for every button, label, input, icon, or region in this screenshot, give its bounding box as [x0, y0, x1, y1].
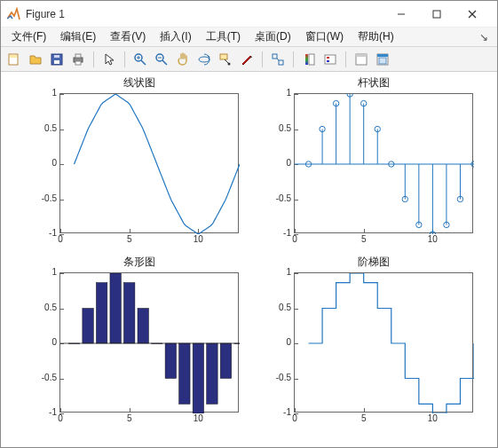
link-axes-icon[interactable]	[268, 50, 288, 69]
rotate3d-icon[interactable]	[194, 50, 214, 69]
axes[interactable]: -1-0.500.510510	[59, 272, 239, 413]
menubar: 文件(F) 编辑(E) 查看(V) 插入(I) 工具(T) 桌面(D) 窗口(W…	[1, 28, 497, 47]
new-figure-icon[interactable]	[4, 50, 24, 69]
pan-icon[interactable]	[173, 50, 193, 69]
menu-help[interactable]: 帮助(H)	[351, 28, 401, 46]
minimize-button[interactable]	[383, 1, 419, 28]
svg-rect-66	[110, 273, 121, 343]
toolbar-separator	[124, 51, 125, 67]
subplot-1[interactable]: 线状图-1-0.500.510510	[33, 90, 246, 249]
ytick-label: -0.5	[276, 193, 295, 202]
ytick-label: 1	[286, 267, 295, 277]
axes[interactable]: -1-0.500.510510	[294, 272, 473, 413]
svg-rect-5	[10, 55, 17, 58]
titlebar: Figure 1	[1, 1, 497, 28]
svg-rect-1	[433, 11, 440, 18]
svg-point-22	[228, 62, 231, 65]
svg-rect-64	[83, 309, 93, 344]
plot-canvas	[295, 273, 474, 413]
ytick-label: 0.5	[44, 122, 60, 132]
svg-rect-74	[220, 343, 231, 379]
window-title: Figure 1	[26, 8, 65, 20]
ytick-label: -0.5	[42, 193, 60, 202]
ytick-label: 0.5	[279, 302, 295, 311]
subplot-title: 杆状图	[267, 75, 480, 90]
svg-rect-68	[138, 309, 148, 344]
data-cursor-icon[interactable]	[216, 50, 235, 69]
figure-area: 线状图-1-0.500.510510杆状图-1-0.500.510510条形图-…	[1, 72, 497, 447]
open-icon[interactable]	[26, 50, 45, 69]
svg-rect-72	[193, 343, 203, 413]
print-icon[interactable]	[68, 50, 88, 69]
ytick-label: 1	[51, 88, 60, 98]
hide-tools-icon[interactable]	[352, 50, 371, 69]
zoom-out-icon[interactable]	[152, 50, 171, 69]
close-button[interactable]	[455, 1, 490, 28]
svg-rect-8	[54, 55, 59, 58]
ytick-label: 0.5	[279, 122, 295, 132]
ytick-label: 0	[286, 158, 295, 168]
ytick-label: 0	[51, 337, 60, 347]
toolbar-separator	[262, 51, 263, 67]
ytick-label: -0.5	[276, 372, 295, 381]
svg-line-17	[162, 60, 167, 65]
subplot-2[interactable]: 杆状图-1-0.500.510510	[267, 90, 480, 249]
subplot-title: 线状图	[33, 75, 246, 90]
menu-file[interactable]: 文件(F)	[4, 28, 53, 46]
ytick-label: 0	[51, 158, 60, 168]
svg-rect-26	[305, 54, 308, 65]
ytick-label: 0.5	[44, 302, 60, 311]
svg-rect-28	[325, 55, 336, 64]
subplot-4[interactable]: 阶梯图-1-0.500.510510	[267, 269, 480, 428]
svg-rect-32	[356, 54, 367, 57]
insert-colorbar-icon[interactable]	[299, 50, 319, 69]
ytick-label: 1	[51, 267, 60, 277]
axes[interactable]: -1-0.500.510510	[294, 93, 473, 233]
svg-rect-70	[165, 343, 176, 379]
svg-rect-24	[279, 60, 283, 65]
svg-rect-73	[207, 343, 217, 404]
svg-rect-23	[273, 54, 277, 59]
toolbar-separator	[93, 51, 94, 67]
menu-edit[interactable]: 编辑(E)	[53, 28, 103, 46]
subplot-title: 条形图	[33, 255, 246, 270]
menubar-overflow-icon[interactable]: ↘	[474, 31, 494, 43]
svg-rect-71	[179, 343, 190, 404]
svg-rect-7	[54, 60, 59, 64]
svg-rect-11	[75, 61, 81, 65]
subplot-3[interactable]: 条形图-1-0.500.510510	[33, 269, 246, 428]
zoom-in-icon[interactable]	[130, 50, 150, 69]
svg-point-19	[199, 57, 209, 62]
menu-window[interactable]: 窗口(W)	[298, 28, 351, 46]
matlab-logo-icon	[6, 7, 20, 21]
insert-legend-icon[interactable]	[320, 50, 340, 69]
plot-canvas	[60, 273, 240, 413]
axes[interactable]: -1-0.500.510510	[59, 93, 239, 233]
svg-rect-67	[123, 283, 134, 343]
svg-rect-65	[96, 283, 107, 343]
toolbar-separator	[345, 51, 346, 67]
svg-rect-27	[309, 54, 314, 65]
toolbar-separator	[293, 51, 294, 67]
plot-canvas	[295, 94, 474, 234]
ytick-label: 1	[286, 88, 295, 98]
save-icon[interactable]	[47, 50, 67, 69]
subplot-title: 阶梯图	[267, 255, 480, 270]
brush-icon[interactable]	[237, 50, 257, 69]
toolbar	[1, 47, 497, 72]
menu-insert[interactable]: 插入(I)	[153, 28, 198, 46]
menu-desktop[interactable]: 桌面(D)	[248, 28, 298, 46]
dock-icon[interactable]	[373, 50, 392, 69]
maximize-button[interactable]	[419, 1, 455, 28]
ytick-label: 0	[286, 337, 295, 347]
svg-line-13	[141, 60, 146, 65]
svg-rect-10	[75, 54, 81, 58]
pointer-icon[interactable]	[99, 50, 119, 69]
plot-canvas	[60, 94, 240, 234]
svg-rect-35	[379, 58, 386, 64]
svg-rect-34	[377, 54, 388, 57]
svg-line-25	[277, 59, 279, 60]
menu-view[interactable]: 查看(V)	[103, 28, 153, 46]
menu-tools[interactable]: 工具(T)	[199, 28, 248, 46]
svg-rect-20	[220, 54, 227, 59]
